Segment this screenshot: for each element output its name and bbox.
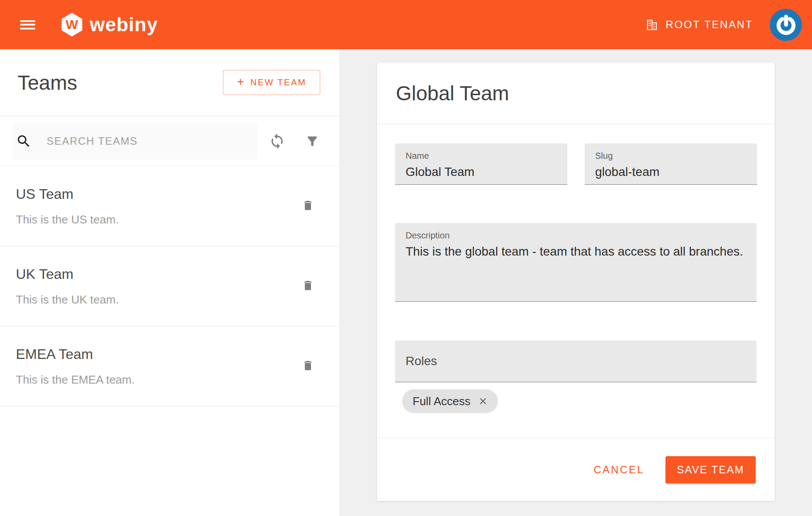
refresh-icon — [269, 133, 285, 150]
description-field-value: This is the global team - team that has … — [406, 245, 746, 259]
team-list: US Team This is the US team. UK Team Thi… — [0, 166, 339, 406]
team-name: UK Team — [16, 266, 299, 282]
role-chip-label: Full Access — [413, 395, 471, 408]
cancel-button[interactable]: CANCEL — [593, 464, 644, 476]
slug-field[interactable]: Slug global-team — [585, 143, 757, 185]
team-form-title: Global Team — [396, 81, 509, 105]
roles-field[interactable]: Roles — [395, 340, 757, 382]
power-avatar-icon — [775, 13, 797, 36]
save-team-button[interactable]: SAVE TEAM — [666, 456, 756, 483]
team-form-card: Global Team Name Global Team Slug global… — [377, 62, 775, 501]
team-name: EMEA Team — [16, 346, 299, 362]
plus-icon: + — [237, 75, 244, 89]
form-actions: CANCEL SAVE TEAM — [377, 438, 775, 501]
name-field-label: Name — [406, 151, 557, 161]
teams-panel-header: Teams + NEW TEAM — [0, 49, 339, 116]
new-team-button-label: NEW TEAM — [250, 77, 306, 88]
delete-team-button[interactable] — [299, 355, 317, 377]
team-item-text: UK Team This is the UK team. — [16, 266, 299, 307]
tenant-label: ROOT TENANT — [666, 18, 753, 31]
team-name: US Team — [16, 186, 299, 202]
refresh-button[interactable] — [267, 131, 288, 152]
slug-field-value: global-team — [595, 165, 746, 179]
search-input[interactable] — [13, 123, 257, 160]
tenant-selector[interactable]: ROOT TENANT — [645, 18, 753, 31]
team-item-text: EMEA Team This is the EMEA team. — [16, 346, 299, 387]
team-list-item-emea[interactable]: EMEA Team This is the EMEA team. — [0, 326, 339, 406]
teams-search-bar — [0, 116, 339, 166]
trash-icon — [302, 198, 314, 213]
delete-team-button[interactable] — [299, 195, 317, 217]
team-item-text: US Team This is the US team. — [16, 186, 299, 227]
team-details-panel: Global Team Name Global Team Slug global… — [339, 49, 812, 516]
role-chip-full-access[interactable]: Full Access — [402, 389, 498, 413]
team-description: This is the UK team. — [16, 293, 299, 307]
delete-team-button[interactable] — [299, 275, 317, 297]
user-avatar[interactable] — [770, 9, 802, 41]
remove-role-button[interactable] — [478, 396, 488, 406]
trash-icon — [302, 358, 314, 373]
team-form-header: Global Team — [377, 62, 775, 124]
webiny-hexagon-letter: W — [66, 17, 78, 32]
menu-hamburger-icon[interactable] — [20, 20, 35, 29]
team-description: This is the EMEA team. — [16, 373, 299, 387]
slug-field-label: Slug — [595, 151, 746, 161]
team-list-item-us[interactable]: US Team This is the US team. — [0, 166, 339, 246]
webiny-logo: W webiny — [62, 13, 158, 37]
page-title: Teams — [18, 71, 77, 95]
description-field[interactable]: Description This is the global team - te… — [395, 223, 757, 302]
webiny-hexagon-icon: W — [62, 13, 82, 37]
filter-icon — [305, 134, 319, 148]
team-description: This is the US team. — [16, 213, 299, 227]
name-field-value: Global Team — [406, 165, 557, 179]
webiny-wordmark: webiny — [90, 15, 158, 34]
filter-button[interactable] — [302, 131, 323, 152]
name-field[interactable]: Name Global Team — [395, 143, 567, 185]
new-team-button[interactable]: + NEW TEAM — [223, 70, 320, 95]
description-field-label: Description — [406, 231, 746, 241]
teams-list-panel: Teams + NEW TEAM US Team This is the US … — [0, 49, 339, 516]
roles-field-label: Roles — [406, 354, 437, 368]
trash-icon — [302, 278, 314, 293]
top-app-bar: W webiny ROOT TENANT — [0, 0, 812, 49]
team-list-item-uk[interactable]: UK Team This is the UK team. — [0, 246, 339, 326]
close-icon — [478, 396, 488, 406]
building-icon — [645, 18, 658, 31]
